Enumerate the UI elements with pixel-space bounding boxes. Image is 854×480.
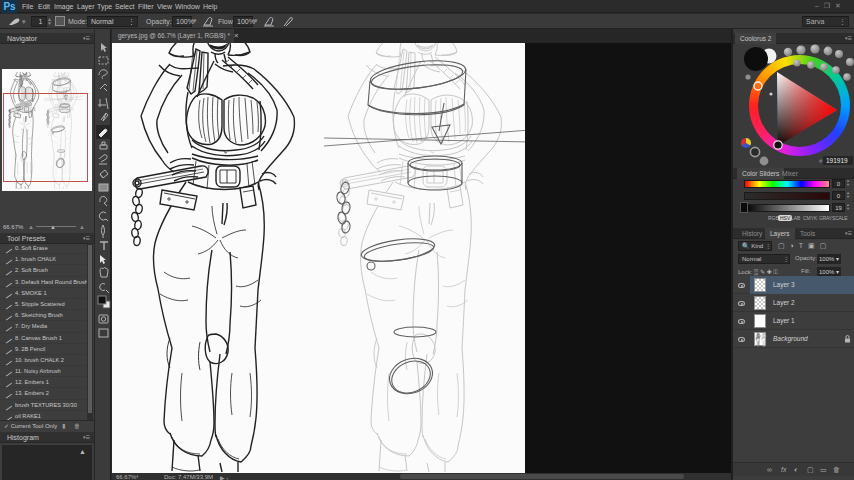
svg-text:#: # <box>819 158 823 164</box>
svg-text:191919: 191919 <box>826 157 848 164</box>
